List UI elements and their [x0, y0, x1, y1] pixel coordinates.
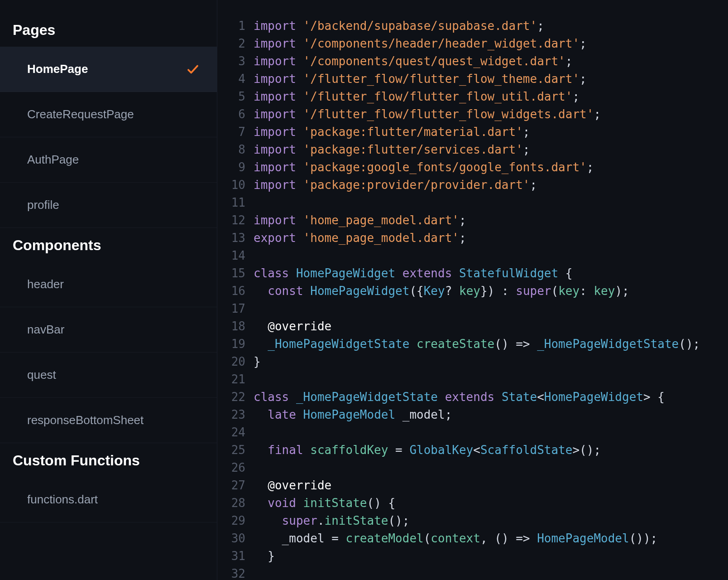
- line-number: 8: [217, 141, 245, 159]
- code-line[interactable]: import 'home_page_model.dart';: [254, 212, 728, 229]
- section-title: Pages: [0, 13, 217, 47]
- line-number: 21: [217, 371, 245, 388]
- line-number: 26: [217, 459, 245, 477]
- code-line[interactable]: export 'home_page_model.dart';: [254, 229, 728, 247]
- code-editor[interactable]: 1234567891011121314151617181920212223242…: [217, 0, 728, 580]
- code-line[interactable]: super.initState();: [254, 512, 728, 530]
- sidebar-item-label: responseBottomSheet: [27, 413, 201, 427]
- line-number: 32: [217, 565, 245, 580]
- line-number: 22: [217, 388, 245, 406]
- code-line[interactable]: [254, 194, 728, 212]
- code-line[interactable]: [254, 371, 728, 388]
- sidebar-item[interactable]: AuthPage: [0, 137, 217, 183]
- code-area[interactable]: import '/backend/supabase/supabase.dart'…: [254, 17, 728, 580]
- code-line[interactable]: import '/flutter_flow/flutter_flow_widge…: [254, 106, 728, 123]
- code-line[interactable]: [254, 459, 728, 477]
- code-line[interactable]: @override: [254, 318, 728, 335]
- code-line[interactable]: _HomePageWidgetState createState() => _H…: [254, 335, 728, 353]
- line-number: 10: [217, 176, 245, 194]
- line-number: 18: [217, 318, 245, 335]
- line-number: 16: [217, 282, 245, 300]
- sidebar-item-label: HomePage: [27, 62, 185, 76]
- sidebar-item[interactable]: header: [0, 262, 217, 307]
- section-title: Custom Functions: [0, 443, 217, 477]
- code-line[interactable]: class HomePageWidget extends StatefulWid…: [254, 265, 728, 282]
- code-line[interactable]: const HomePageWidget({Key? key}) : super…: [254, 282, 728, 300]
- line-number: 30: [217, 530, 245, 547]
- sidebar-item-label: CreateRequestPage: [27, 107, 201, 121]
- code-line[interactable]: void initState() {: [254, 494, 728, 512]
- code-line[interactable]: import '/components/header/header_widget…: [254, 35, 728, 53]
- code-line[interactable]: final scaffoldKey = GlobalKey<ScaffoldSt…: [254, 441, 728, 459]
- line-number: 29: [217, 512, 245, 530]
- line-number: 12: [217, 212, 245, 229]
- line-number: 27: [217, 477, 245, 494]
- check-icon: [185, 62, 201, 77]
- code-line[interactable]: }: [254, 353, 728, 371]
- line-number: 3: [217, 53, 245, 70]
- line-number: 19: [217, 335, 245, 353]
- line-number: 7: [217, 123, 245, 141]
- sidebar: PagesHomePageCreateRequestPageAuthPagepr…: [0, 0, 217, 580]
- sidebar-item[interactable]: responseBottomSheet: [0, 398, 217, 443]
- line-number: 11: [217, 194, 245, 212]
- line-number: 25: [217, 441, 245, 459]
- code-line[interactable]: _model = createModel(context, () => Home…: [254, 530, 728, 547]
- line-number: 17: [217, 300, 245, 318]
- sidebar-item[interactable]: HomePage: [0, 47, 217, 92]
- line-number: 15: [217, 265, 245, 282]
- sidebar-item-label: profile: [27, 198, 201, 212]
- code-line[interactable]: import 'package:flutter/services.dart';: [254, 141, 728, 159]
- line-gutter: 1234567891011121314151617181920212223242…: [217, 17, 254, 580]
- code-line[interactable]: import '/components/quest/quest_widget.d…: [254, 53, 728, 70]
- line-number: 1: [217, 17, 245, 35]
- line-number: 5: [217, 88, 245, 106]
- line-number: 23: [217, 406, 245, 424]
- line-number: 13: [217, 229, 245, 247]
- code-line[interactable]: class _HomePageWidgetState extends State…: [254, 388, 728, 406]
- sidebar-item-label: navBar: [27, 323, 201, 337]
- code-line[interactable]: [254, 300, 728, 318]
- line-number: 20: [217, 353, 245, 371]
- line-number: 24: [217, 424, 245, 441]
- app-root: PagesHomePageCreateRequestPageAuthPagepr…: [0, 0, 728, 580]
- line-number: 28: [217, 494, 245, 512]
- sidebar-item[interactable]: quest: [0, 353, 217, 398]
- line-number: 31: [217, 547, 245, 565]
- line-number: 9: [217, 159, 245, 176]
- code-line[interactable]: import '/flutter_flow/flutter_flow_theme…: [254, 70, 728, 88]
- code-line[interactable]: [254, 565, 728, 580]
- code-line[interactable]: }: [254, 547, 728, 565]
- code-line[interactable]: import 'package:flutter/material.dart';: [254, 123, 728, 141]
- code-line[interactable]: late HomePageModel _model;: [254, 406, 728, 424]
- code-line[interactable]: import '/backend/supabase/supabase.dart'…: [254, 17, 728, 35]
- code-line[interactable]: [254, 424, 728, 441]
- code-line[interactable]: import 'package:provider/provider.dart';: [254, 176, 728, 194]
- sidebar-item[interactable]: profile: [0, 183, 217, 228]
- code-line[interactable]: @override: [254, 477, 728, 494]
- sidebar-item-label: AuthPage: [27, 153, 201, 167]
- sidebar-item[interactable]: functions.dart: [0, 477, 217, 522]
- code-line[interactable]: import '/flutter_flow/flutter_flow_util.…: [254, 88, 728, 106]
- sidebar-item[interactable]: navBar: [0, 307, 217, 353]
- line-number: 14: [217, 247, 245, 265]
- code-line[interactable]: import 'package:google_fonts/google_font…: [254, 159, 728, 176]
- sidebar-item-label: functions.dart: [27, 493, 201, 507]
- sidebar-item-label: quest: [27, 368, 201, 382]
- sidebar-item-label: header: [27, 277, 201, 291]
- line-number: 2: [217, 35, 245, 53]
- section-title: Components: [0, 228, 217, 262]
- line-number: 6: [217, 106, 245, 123]
- code-line[interactable]: [254, 247, 728, 265]
- sidebar-item[interactable]: CreateRequestPage: [0, 92, 217, 137]
- line-number: 4: [217, 70, 245, 88]
